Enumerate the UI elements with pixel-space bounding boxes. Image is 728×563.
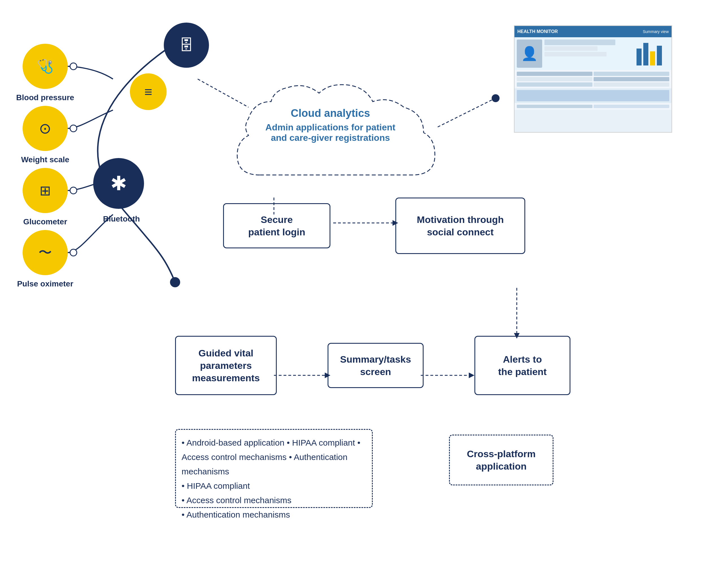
bluetooth-circle: ✱: [93, 158, 144, 209]
motivation-text: Motivation through social connect: [417, 213, 504, 238]
list-item-hipaa: • HIPAA compliant: [182, 479, 366, 493]
secure-login-box: Secure patient login: [223, 203, 330, 248]
list-circle: ≡: [130, 73, 167, 110]
cloud-line1: Cloud analytics: [215, 107, 446, 119]
blood-pressure-circle: 🩺: [23, 44, 68, 89]
summary-box: Summary/tasks screen: [328, 343, 424, 388]
pulse-oximeter-icon: 〜: [38, 244, 52, 262]
pulse-oximeter-circle: 〜: [23, 230, 68, 275]
weight-scale-circle: ⊙: [23, 106, 68, 151]
svg-marker-16: [469, 372, 474, 378]
server-circle: 🗄: [164, 23, 209, 68]
svg-point-5: [170, 277, 180, 287]
cloud-text: Cloud analytics Admin applications for p…: [215, 107, 446, 143]
svg-point-1: [70, 125, 77, 132]
svg-line-7: [438, 99, 494, 127]
motivation-box: Motivation through social connect: [395, 198, 525, 254]
glucometer-label: Glucometer: [17, 217, 73, 226]
server-icon: 🗄: [179, 37, 194, 54]
cross-platform-box: Cross-platform application: [449, 435, 553, 485]
thumb-title: HEALTH MONITOR: [517, 29, 558, 34]
pulse-oximeter-label: Pulse oximeter: [11, 280, 79, 288]
svg-point-2: [70, 187, 77, 194]
bluetooth-icon: ✱: [110, 172, 127, 195]
summary-text: Summary/tasks screen: [340, 353, 411, 378]
blood-pressure-icon: 🩺: [37, 58, 54, 74]
svg-point-0: [70, 63, 77, 70]
thumb-avatar: 👤: [521, 46, 538, 62]
cloud-line2: Admin applications for patient: [215, 122, 446, 133]
android-list-box: • Android-based application • HIPAA comp…: [175, 429, 373, 508]
glucometer-circle: ⊞: [23, 168, 68, 213]
thumb-subtitle: Summary view: [643, 29, 669, 34]
guided-box: Guided vital parameters measurements: [175, 336, 277, 395]
cloud-shape: Cloud analytics Admin applications for p…: [215, 73, 446, 199]
svg-point-8: [492, 94, 500, 102]
blood-pressure-label: Blood pressure: [14, 93, 76, 102]
cross-platform-text: Cross-platform application: [467, 448, 536, 472]
list-item-android: • Android-based application • HIPAA comp…: [182, 435, 366, 479]
secure-login-text: Secure patient login: [248, 213, 305, 238]
diagram: { "devices": [ { "id": "blood-pressure",…: [0, 0, 728, 563]
alerts-box: Alerts to the patient: [474, 336, 570, 395]
screenshot-thumbnail: HEALTH MONITOR Summary view 👤: [514, 25, 672, 133]
list-icon: ≡: [144, 84, 152, 100]
list-item-access: • Access control mechanisms: [182, 493, 366, 507]
svg-point-3: [70, 249, 77, 256]
android-list-text: • Android-based application • HIPAA comp…: [182, 435, 366, 522]
cloud-line3: and care-giver registrations: [215, 133, 446, 143]
guided-text: Guided vital parameters measurements: [192, 347, 260, 384]
weight-scale-icon: ⊙: [39, 120, 51, 137]
bluetooth-label: Bluetooth: [96, 215, 147, 224]
glucometer-icon: ⊞: [40, 183, 51, 199]
weight-scale-label: Weight scale: [14, 155, 76, 164]
list-item-auth: • Authentication mechanisms: [182, 507, 366, 522]
alerts-text: Alerts to the patient: [498, 353, 547, 378]
